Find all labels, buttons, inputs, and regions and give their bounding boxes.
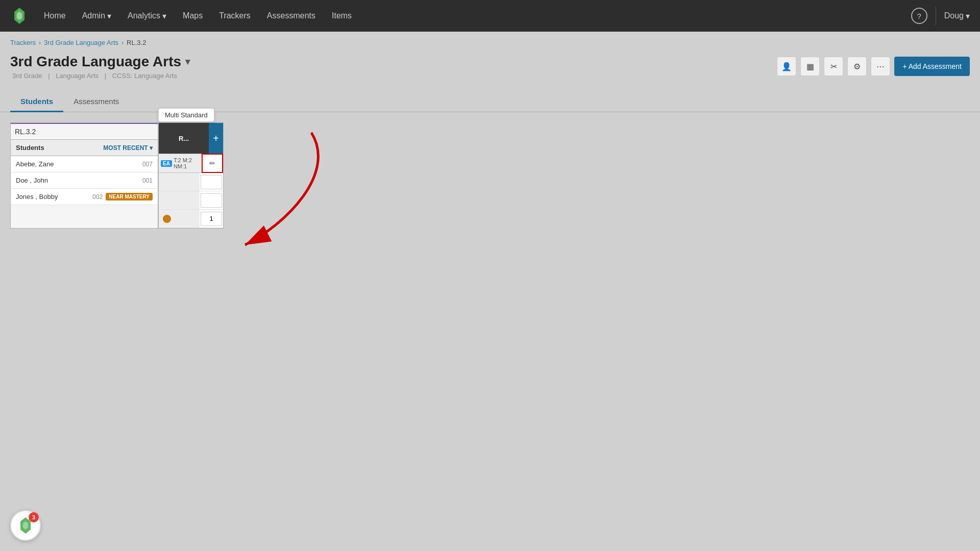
student-id: 002: [92, 193, 103, 201]
nav-right: ? Doug ▾: [911, 7, 970, 25]
nav-analytics[interactable]: Analytics ▾: [120, 7, 174, 25]
content-area: Students MOST RECENT ▾ Abebe, Zane 007 D…: [0, 112, 980, 239]
person-view-button[interactable]: 👤: [777, 57, 796, 76]
app-logo: [10, 7, 29, 25]
breadcrumb-sep-2: ›: [121, 39, 124, 46]
add-assessment-button[interactable]: + Add Assessment: [894, 57, 970, 76]
main-content: Trackers › 3rd Grade Language Arts › RL.…: [0, 32, 980, 551]
columns-button[interactable]: ▦: [800, 57, 820, 76]
user-menu[interactable]: Doug ▾: [944, 11, 970, 21]
notification-container: 3: [10, 510, 41, 541]
notification-button[interactable]: 3: [10, 510, 41, 541]
add-standard-button[interactable]: +: [209, 123, 223, 154]
score-cell[interactable]: 1: [201, 212, 222, 226]
tab-students[interactable]: Students: [10, 92, 63, 112]
nav-admin[interactable]: Admin ▾: [75, 7, 118, 25]
nav-maps[interactable]: Maps: [176, 7, 210, 24]
nav-assessments[interactable]: Assessments: [260, 7, 323, 24]
tools-button[interactable]: ✂: [824, 57, 843, 76]
notification-badge: 3: [29, 512, 39, 522]
settings-button[interactable]: ⚙: [847, 57, 867, 76]
more-button[interactable]: ⋯: [871, 57, 890, 76]
navbar: Home Admin ▾ Analytics ▾ Maps Trackers A…: [0, 0, 980, 32]
breadcrumb-trackers[interactable]: Trackers: [10, 39, 36, 46]
student-row[interactable]: Jones , Bobby 002 NEAR MASTERY: [11, 189, 158, 205]
student-id: 001: [142, 177, 153, 184]
page-title-area: 3rd Grade Language Arts ▾ 3rd Grade | La…: [10, 54, 190, 80]
chevron-down-icon: ▾: [162, 11, 166, 21]
standard-columns: R... + EA T:2 M:2 NM:1 ✏: [158, 122, 970, 229]
students-header: Students MOST RECENT ▾: [11, 140, 158, 156]
page-header: 3rd Grade Language Arts ▾ 3rd Grade | La…: [0, 51, 980, 80]
standard-column: R... + EA T:2 M:2 NM:1 ✏: [158, 122, 224, 229]
student-name: Doe , John: [16, 177, 138, 184]
help-button[interactable]: ?: [911, 8, 927, 24]
standard-search-input[interactable]: [15, 128, 154, 136]
breadcrumb-current: RL.3.2: [127, 39, 146, 46]
columns-icon: ▦: [806, 62, 814, 71]
page-subtitle: 3rd Grade | Language Arts | CCSS: Langua…: [10, 72, 190, 80]
nav-trackers[interactable]: Trackers: [212, 7, 258, 24]
standards-area: Multi Standard R... + EA T:2: [158, 122, 970, 229]
student-column: Students MOST RECENT ▾ Abebe, Zane 007 D…: [10, 122, 158, 229]
person-icon: 👤: [781, 62, 792, 71]
breadcrumb-sep-1: ›: [39, 39, 41, 46]
standard-header-row: R... +: [159, 123, 223, 154]
score-cell[interactable]: [201, 175, 222, 189]
student-search-area: [11, 123, 158, 140]
student-row[interactable]: Abebe, Zane 007: [11, 156, 158, 172]
mastery-dot: [163, 215, 171, 223]
sub-header-stats: T:2 M:2 NM:1: [174, 157, 200, 169]
chevron-down-icon: ▾: [966, 11, 970, 21]
more-icon: ⋯: [876, 62, 885, 71]
breadcrumb: Trackers › 3rd Grade Language Arts › RL.…: [0, 32, 980, 51]
student-row[interactable]: Doe , John 001: [11, 172, 158, 189]
student-name: Abebe, Zane: [16, 160, 138, 168]
sub-header-area: EA T:2 M:2 NM:1: [159, 154, 202, 172]
score-row: 1: [159, 210, 223, 228]
nav-items[interactable]: Items: [325, 7, 359, 24]
students-label: Students: [16, 144, 44, 152]
nav-divider: [936, 7, 936, 25]
nav-items: Home Admin ▾ Analytics ▾ Maps Trackers A…: [37, 7, 911, 25]
gear-icon: ⚙: [853, 62, 861, 71]
tab-assessments[interactable]: Assessments: [63, 92, 129, 112]
breadcrumb-class[interactable]: 3rd Grade Language Arts: [44, 39, 118, 46]
most-recent-button[interactable]: MOST RECENT ▾: [103, 144, 153, 152]
nav-home[interactable]: Home: [37, 7, 73, 24]
student-name: Jones , Bobby: [16, 193, 88, 201]
tools-icon: ✂: [830, 62, 837, 71]
score-row: [159, 173, 223, 191]
edit-scores-button[interactable]: ✏: [202, 154, 223, 173]
ea-badge: EA: [161, 160, 172, 167]
chevron-down-icon: ▾: [107, 11, 111, 21]
sub-header-row: EA T:2 M:2 NM:1 ✏: [159, 154, 223, 173]
multi-standard-popup[interactable]: Multi Standard: [158, 108, 214, 122]
page-title: 3rd Grade Language Arts ▾: [10, 54, 190, 70]
header-actions: 👤 ▦ ✂ ⚙ ⋯ + Add Assessment: [777, 57, 970, 76]
pencil-icon: ✏: [209, 159, 215, 167]
standard-code-header: R...: [159, 123, 209, 154]
score-row: [159, 191, 223, 210]
student-id: 007: [142, 161, 153, 168]
title-dropdown-icon[interactable]: ▾: [185, 56, 190, 67]
tracker-container: Students MOST RECENT ▾ Abebe, Zane 007 D…: [10, 122, 970, 229]
mastery-badge: NEAR MASTERY: [106, 193, 153, 201]
score-cell[interactable]: [201, 193, 222, 208]
tabs: Students Assessments: [0, 84, 980, 112]
